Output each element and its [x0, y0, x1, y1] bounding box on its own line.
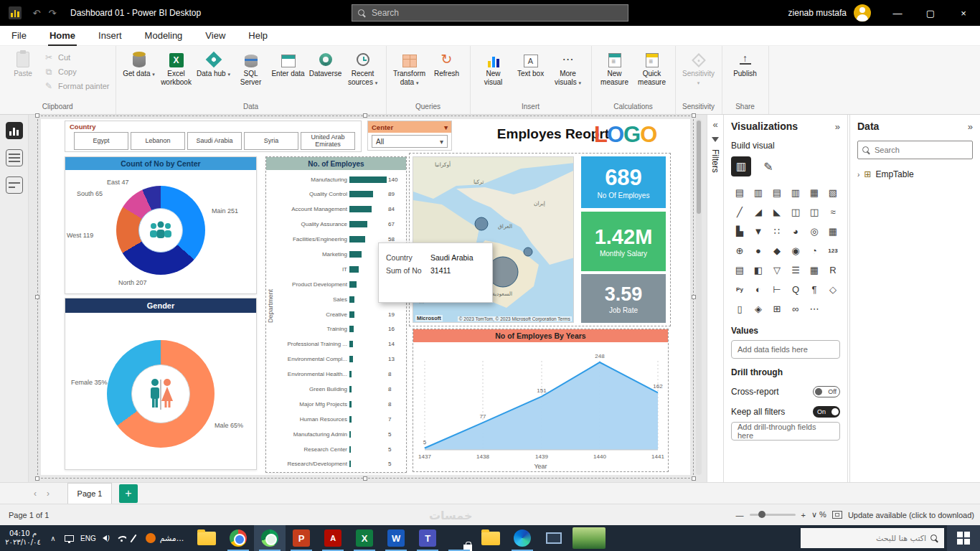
- visual-type-100-stacked-column-chart-icon[interactable]: ▧: [824, 184, 842, 201]
- visual-type-pie-chart-icon[interactable]: ◕: [787, 222, 804, 240]
- bar-row[interactable]: Quality Assurance67: [275, 220, 404, 230]
- user-avatar[interactable]: [854, 4, 871, 22]
- fit-to-page-icon[interactable]: [832, 511, 842, 519]
- bar-row[interactable]: Green Building8: [275, 384, 404, 394]
- resize-handle[interactable]: [692, 476, 696, 481]
- visual-type-scatter-chart-icon[interactable]: ∷: [768, 222, 786, 240]
- menu-view[interactable]: View: [194, 26, 237, 46]
- visual-type-treemap-icon[interactable]: ▦: [824, 222, 842, 240]
- bar-row[interactable]: Manufacturing140: [275, 174, 404, 184]
- start-button[interactable]: [947, 525, 980, 551]
- page-tab[interactable]: Page 1: [67, 483, 112, 504]
- zoom-out-icon[interactable]: —: [736, 511, 744, 519]
- expand-icon[interactable]: «: [712, 119, 717, 130]
- resize-handle[interactable]: [35, 295, 39, 299]
- resize-handle[interactable]: [35, 476, 39, 481]
- visual-type-power-automate-icon[interactable]: ∞: [787, 300, 804, 317]
- model-view-button[interactable]: [6, 176, 23, 194]
- bar-row[interactable]: Environmental Health...8: [275, 369, 404, 380]
- new-visual-button[interactable]: New visual: [476, 50, 511, 86]
- kpi-card-jobrate[interactable]: 3.59 Job Rate: [581, 274, 666, 323]
- update-available-link[interactable]: Update available (click to download): [848, 511, 974, 519]
- close-button[interactable]: ×: [947, 0, 980, 26]
- format-visual-tab[interactable]: ✎: [758, 156, 778, 176]
- zoom-slider[interactable]: [750, 514, 796, 516]
- taskbar-search[interactable]: [801, 528, 944, 548]
- drill-through-field-well[interactable]: Add drill-through fields here: [731, 422, 840, 441]
- table-view-button[interactable]: [6, 149, 23, 166]
- visual-type-slicer-icon[interactable]: ▽: [768, 261, 786, 278]
- bar-row[interactable]: Research/Development5: [275, 459, 404, 469]
- bar-row[interactable]: Training16: [275, 324, 404, 334]
- bar-row[interactable]: Account Management84: [275, 204, 404, 215]
- chevron-down-icon[interactable]: ▾: [444, 123, 448, 131]
- visual-type-100-stacked-bar-chart-icon[interactable]: ▦: [806, 184, 823, 201]
- map-attribution[interactable]: © 2023 TomTom, © 2023 Microsoft Corporat…: [458, 316, 572, 321]
- language-indicator[interactable]: ENG: [80, 525, 96, 551]
- bar-row[interactable]: Manufacturing Admin5: [275, 429, 404, 439]
- transform-data-button[interactable]: Transform data ▾: [392, 50, 427, 86]
- gender-donut-chart[interactable]: Gender Male 65% Female 35%: [65, 298, 257, 470]
- kpi-card-employees[interactable]: 689 No Of Employes: [581, 156, 666, 208]
- excel-workbook-button[interactable]: X Excel workbook: [159, 50, 194, 86]
- visual-type-clustered-bar-chart-icon[interactable]: ▤: [768, 184, 786, 201]
- keep-all-filters-toggle[interactable]: On: [813, 406, 840, 418]
- powerpoint-taskbar-icon[interactable]: P: [286, 525, 317, 551]
- slicer-option[interactable]: Egypt: [74, 132, 128, 150]
- more-visuals-button[interactable]: ⋯ More visuals ▾: [551, 50, 585, 86]
- visual-type-card-icon[interactable]: 123: [824, 242, 842, 259]
- visual-type-paginated-report-icon[interactable]: ▯: [731, 300, 748, 317]
- chevron-right-icon[interactable]: ›: [857, 171, 859, 179]
- titlebar-search-input[interactable]: [372, 8, 622, 18]
- titlebar-search[interactable]: [352, 4, 628, 22]
- visual-type-line-clustered-column-chart-icon[interactable]: ◫: [806, 203, 823, 220]
- excel-taskbar-icon[interactable]: X: [349, 525, 380, 551]
- visual-type-r-script-icon[interactable]: R: [824, 261, 842, 278]
- visual-type-filled-map-icon[interactable]: ●: [750, 242, 767, 259]
- acrobat-taskbar-icon[interactable]: A: [317, 525, 349, 551]
- cross-report-toggle[interactable]: Off: [813, 386, 840, 397]
- sql-server-button[interactable]: SQL Server: [234, 50, 268, 86]
- visual-type-stacked-column-chart-icon[interactable]: ▥: [750, 184, 767, 201]
- values-field-well[interactable]: Add data fields here: [731, 340, 840, 359]
- bar-row[interactable]: Professional Training ...14: [275, 339, 404, 349]
- volume-icon[interactable]: ): [103, 525, 110, 551]
- visual-type-arcgis-map-icon[interactable]: ◈: [750, 300, 767, 317]
- slicer-option[interactable]: Syria: [244, 132, 298, 150]
- menu-help[interactable]: Help: [237, 26, 279, 46]
- word-taskbar-icon[interactable]: W: [380, 525, 412, 551]
- visual-type-stacked-area-chart-icon[interactable]: ◣: [768, 203, 786, 220]
- zoom-in-icon[interactable]: +: [801, 511, 806, 519]
- tray-expand-icon[interactable]: ∧: [46, 534, 60, 542]
- next-page-icon[interactable]: ›: [42, 489, 55, 499]
- data-search-input[interactable]: [875, 146, 968, 154]
- visual-type-power-apps-icon[interactable]: ⊞: [768, 300, 786, 317]
- visual-type-clustered-column-chart-icon[interactable]: ▥: [787, 184, 804, 201]
- edge-taskbar-icon[interactable]: [507, 525, 538, 551]
- format-painter-button[interactable]: ✎Format painter: [43, 80, 110, 92]
- visual-type-decomposition-tree-icon[interactable]: ⊢: [768, 281, 786, 298]
- menu-modeling[interactable]: Modeling: [133, 26, 194, 46]
- maximize-button[interactable]: ▢: [914, 0, 947, 26]
- visual-type-stacked-bar-chart-icon[interactable]: ▤: [731, 184, 748, 201]
- visual-type-gauge-icon[interactable]: ◔: [806, 242, 823, 259]
- data-search[interactable]: [857, 141, 973, 159]
- sensitivity-button[interactable]: Sensitivity ▾: [682, 50, 716, 86]
- folder-taskbar-icon[interactable]: [191, 525, 222, 551]
- visual-type-shape-map-icon[interactable]: ◆: [768, 242, 786, 259]
- folder-taskbar-icon[interactable]: [475, 525, 507, 551]
- map-bubble[interactable]: [475, 217, 488, 230]
- publish-button[interactable]: ↑ Publish: [728, 50, 763, 78]
- task-view-taskbar-icon[interactable]: [538, 525, 570, 551]
- menu-home[interactable]: Home: [38, 26, 87, 46]
- undo-icon[interactable]: ↶: [29, 8, 44, 19]
- add-page-button[interactable]: +: [119, 484, 138, 503]
- slicer-option[interactable]: United Arab Emirates: [301, 132, 355, 150]
- running-app-label[interactable]: مشم...: [138, 533, 192, 543]
- refresh-button[interactable]: ↻ Refresh: [430, 50, 464, 78]
- visual-type-matrix-icon[interactable]: ▦: [806, 261, 823, 278]
- bar-row[interactable]: Major Mfg Projects8: [275, 399, 404, 409]
- new-measure-button[interactable]: New measure: [598, 50, 632, 86]
- visual-type-kpi-icon[interactable]: ◧: [750, 261, 767, 278]
- visual-type-metrics-icon[interactable]: ◇: [824, 281, 842, 298]
